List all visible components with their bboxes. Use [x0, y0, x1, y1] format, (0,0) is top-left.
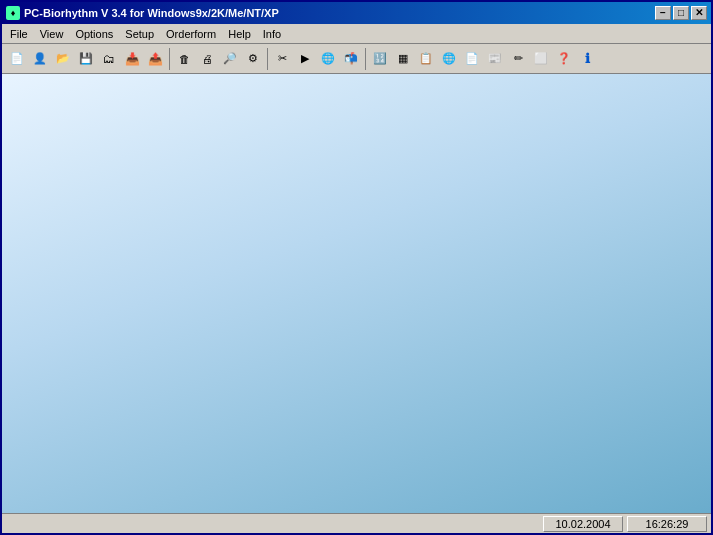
toolbar-calculator[interactable]: 🔢	[369, 48, 391, 70]
toolbar-print-preview[interactable]: 🔎	[219, 48, 241, 70]
toolbar-cut[interactable]: ✂	[271, 48, 293, 70]
toolbar-notes[interactable]: 📋	[415, 48, 437, 70]
title-buttons: − □ ✕	[655, 6, 707, 20]
toolbar-pencil[interactable]: ✏	[507, 48, 529, 70]
toolbar-calculator2[interactable]: ▦	[392, 48, 414, 70]
toolbar-help[interactable]: ❓	[553, 48, 575, 70]
delete-icon: 🗑	[176, 51, 192, 67]
info-icon: ℹ	[579, 51, 595, 67]
toolbar-info[interactable]: ℹ	[576, 48, 598, 70]
title-bar-left: ♦ PC-Biorhythm V 3.4 for Windows9x/2K/Me…	[6, 6, 279, 20]
save-icon: 💾	[78, 51, 94, 67]
menu-help[interactable]: Help	[222, 26, 257, 42]
main-content-area	[2, 74, 711, 513]
main-window: ♦ PC-Biorhythm V 3.4 for Windows9x/2K/Me…	[0, 0, 713, 535]
doc2-icon: 📄	[464, 51, 480, 67]
app-icon: ♦	[6, 6, 20, 20]
toolbar-separator-1	[169, 48, 170, 70]
toolbar-delete[interactable]: 🗑	[173, 48, 195, 70]
toolbar-doc2[interactable]: 📄	[461, 48, 483, 70]
toolbar-erase[interactable]: ⬜	[530, 48, 552, 70]
menu-info[interactable]: Info	[257, 26, 287, 42]
toolbar-print-setup[interactable]: ⚙	[242, 48, 264, 70]
status-bar: 10.02.2004 16:26:29	[2, 513, 711, 533]
export-icon: 📤	[147, 51, 163, 67]
new-icon: 📄	[9, 51, 25, 67]
cut-icon: ✂	[274, 51, 290, 67]
help-icon: ❓	[556, 51, 572, 67]
toolbar-globe[interactable]: 🌐	[317, 48, 339, 70]
close-button[interactable]: ✕	[691, 6, 707, 20]
toolbar-save-as[interactable]: 🗂	[98, 48, 120, 70]
toolbar-new[interactable]: 📄	[6, 48, 28, 70]
restore-button[interactable]: □	[673, 6, 689, 20]
toolbar-separator-3	[365, 48, 366, 70]
menu-file[interactable]: File	[4, 26, 34, 42]
forward-icon: ▶	[297, 51, 313, 67]
globe-icon: 🌐	[320, 51, 336, 67]
globe2-icon: 🌐	[441, 51, 457, 67]
toolbar-separator-2	[267, 48, 268, 70]
calculator2-icon: ▦	[395, 51, 411, 67]
menu-bar: File View Options Setup Orderform Help I…	[2, 24, 711, 44]
print-preview-icon: 🔎	[222, 51, 238, 67]
toolbar-doc3[interactable]: 📰	[484, 48, 506, 70]
toolbar-save[interactable]: 💾	[75, 48, 97, 70]
window-title: PC-Biorhythm V 3.4 for Windows9x/2K/Me/N…	[24, 7, 279, 19]
status-time: 16:26:29	[627, 516, 707, 532]
title-bar: ♦ PC-Biorhythm V 3.4 for Windows9x/2K/Me…	[2, 2, 711, 24]
toolbar-mail[interactable]: 📬	[340, 48, 362, 70]
toolbar-open-person[interactable]: 👤	[29, 48, 51, 70]
import-icon: 📥	[124, 51, 140, 67]
toolbar-forward[interactable]: ▶	[294, 48, 316, 70]
toolbar-globe2[interactable]: 🌐	[438, 48, 460, 70]
toolbar-export[interactable]: 📤	[144, 48, 166, 70]
calculator-icon: 🔢	[372, 51, 388, 67]
menu-setup[interactable]: Setup	[119, 26, 160, 42]
toolbar-open-file[interactable]: 📂	[52, 48, 74, 70]
notes-icon: 📋	[418, 51, 434, 67]
save-as-icon: 🗂	[101, 51, 117, 67]
menu-options[interactable]: Options	[69, 26, 119, 42]
mail-icon: 📬	[343, 51, 359, 67]
menu-orderform[interactable]: Orderform	[160, 26, 222, 42]
status-date: 10.02.2004	[543, 516, 623, 532]
open-person-icon: 👤	[32, 51, 48, 67]
print-setup-icon: ⚙	[245, 51, 261, 67]
pencil-icon: ✏	[510, 51, 526, 67]
open-file-icon: 📂	[55, 51, 71, 67]
print-icon: 🖨	[199, 51, 215, 67]
toolbar-import[interactable]: 📥	[121, 48, 143, 70]
doc3-icon: 📰	[487, 51, 503, 67]
menu-view[interactable]: View	[34, 26, 70, 42]
toolbar: 📄 👤 📂 💾 🗂 📥 📤 🗑 🖨 🔎	[2, 44, 711, 74]
minimize-button[interactable]: −	[655, 6, 671, 20]
erase-icon: ⬜	[533, 51, 549, 67]
toolbar-print[interactable]: 🖨	[196, 48, 218, 70]
